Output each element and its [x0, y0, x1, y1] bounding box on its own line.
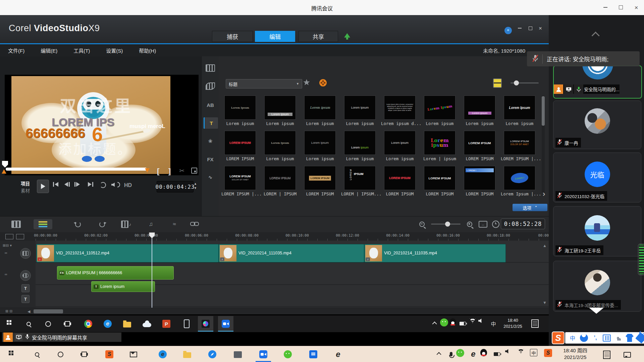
sogou-tray-icon-slot[interactable]: S — [544, 349, 552, 357]
title-template[interactable]: Lorem ipsumLorem ipsum — [261, 96, 299, 126]
soft-keyboard-icon[interactable] — [603, 334, 611, 342]
next-page-chevron[interactable]: › — [543, 190, 545, 198]
title-template[interactable]: Lorem IpsumLorem ipsum — [341, 96, 379, 126]
sogou-icon[interactable]: S — [105, 350, 113, 358]
edge-icon-slot[interactable]: e — [155, 347, 170, 362]
next-frame-button[interactable] — [74, 182, 80, 187]
title-overlay-mirrored[interactable]: muspi meroL — [129, 123, 165, 130]
menu-item-2[interactable]: 编辑(E) — [33, 47, 65, 54]
mode-clip-label[interactable]: 素材 — [21, 187, 30, 194]
vs-restore-button[interactable] — [529, 26, 532, 30]
globe-icon[interactable] — [504, 27, 512, 34]
title-template[interactable]: LOREM IPSUMLOREM IPSUM — [301, 166, 339, 196]
title-template[interactable]: LOREMIPSUMLOREM | IPSUM... — [341, 166, 379, 196]
timecode-stepper[interactable]: ▲▼ — [194, 182, 197, 190]
hscroll-zoom-icons[interactable]: ⊞ ⊟ — [5, 309, 13, 313]
title-template[interactable]: Lorem ipsumLorem ipsum — [381, 131, 419, 161]
toolbox-icon[interactable] — [635, 332, 644, 344]
start-button-slot[interactable] — [3, 316, 18, 331]
wifi-icon-slot[interactable] — [470, 318, 476, 323]
cortana-icon-slot[interactable] — [53, 347, 68, 362]
ime-indicator[interactable]: 中 — [530, 349, 537, 356]
search-icon[interactable] — [23, 319, 34, 329]
ime-indicator-slot[interactable]: 中 — [530, 349, 537, 356]
edge-icon[interactable]: e — [159, 350, 167, 358]
timeline-view-icon[interactable] — [34, 219, 52, 229]
title-template[interactable]: Lorem ipsum dolor sit amet, consectetur … — [381, 96, 419, 126]
close-button[interactable]: × — [629, 0, 644, 15]
cortana-icon-slot[interactable] — [40, 316, 56, 331]
tencent-meeting-icon[interactable] — [259, 350, 267, 358]
ime-indicator[interactable]: 中 — [488, 318, 498, 328]
cortana-icon[interactable] — [55, 349, 65, 359]
play-button[interactable] — [37, 180, 49, 193]
hd-toggle[interactable]: HD — [124, 182, 132, 188]
browser-360-icon[interactable] — [208, 350, 216, 358]
sound-mixer-icon[interactable]: ♫ — [144, 219, 158, 229]
timeline-zoom-slider[interactable] — [431, 224, 461, 225]
gallery-dropdown[interactable]: 标题▼ — [226, 79, 302, 88]
title-icon[interactable]: T — [204, 117, 218, 129]
mark-out-button[interactable]: ] — [168, 167, 171, 176]
overlay-clip[interactable]: FX LOREM IPSUM | 6666666666 — [57, 266, 174, 280]
tray-expand-icon[interactable] — [430, 318, 440, 328]
menu-item-1[interactable]: 文件(F) — [0, 47, 33, 54]
search-icon-slot[interactable] — [29, 347, 45, 362]
menu-item-5[interactable]: 帮助(H) — [131, 47, 164, 54]
task-view-icon-slot[interactable] — [60, 316, 75, 331]
notification-icon[interactable] — [530, 318, 540, 328]
view-mode-icon[interactable] — [493, 78, 502, 88]
your-phone-icon[interactable] — [184, 319, 190, 328]
volume-icon[interactable] — [478, 318, 483, 323]
battery-icon[interactable] — [492, 349, 502, 359]
title-template[interactable]: Lorem IpsumLorem ipsum — [261, 131, 299, 161]
chrome-icon-slot[interactable] — [80, 316, 96, 331]
ime-mode-chinese[interactable]: 中 — [569, 334, 577, 342]
repeat-button[interactable] — [100, 182, 106, 188]
tray-expand-icon[interactable] — [434, 349, 444, 359]
onedrive-icon-slot[interactable] — [139, 316, 155, 331]
media-library-icon[interactable] — [204, 62, 217, 74]
tray-expand-icon-slot[interactable] — [434, 349, 444, 359]
options-button[interactable]: 选项 ⌃⌃ — [513, 204, 547, 211]
sogou-tray-icon[interactable]: S — [544, 349, 552, 357]
trim-end-marker[interactable] — [145, 168, 150, 173]
notes-icon[interactable] — [602, 350, 612, 360]
filter-icon[interactable]: FX — [204, 154, 217, 165]
photos-icon[interactable] — [234, 351, 242, 358]
tencent-meeting-icon-slot[interactable] — [218, 316, 233, 331]
battery-icon-slot[interactable] — [458, 318, 468, 328]
title-template[interactable]: LOREM IPSUMDOLOR SIT AMETLOREM IPSUM |..… — [501, 131, 538, 161]
edge-icon[interactable]: e — [104, 320, 112, 328]
title-template[interactable]: LOREM IPSUMLOREM IPSUM — [421, 166, 459, 196]
mic-tray-icon[interactable] — [446, 349, 456, 359]
title-template[interactable]: Lorem IpsumLorem ipsum — [501, 96, 538, 126]
slider-thumb[interactable] — [514, 80, 519, 85]
tab-1[interactable]: 捕获 — [212, 31, 253, 42]
timeline-timecode[interactable]: 0:08:52:28 — [501, 219, 545, 229]
start-button[interactable] — [7, 349, 17, 359]
participant-tile[interactable]: 本海工19-3团支部宣传委... — [553, 261, 641, 312]
preview-timecode[interactable]: 00:00:04:23 — [157, 181, 194, 192]
your-phone-icon-slot[interactable] — [179, 316, 194, 331]
timeline-ruler[interactable]: 00:00:00:0000:00:02:0000:00:04:0000:00:0… — [0, 232, 549, 241]
mail-icon[interactable] — [128, 349, 139, 359]
ie-icon-slot[interactable]: e — [330, 347, 346, 362]
qq-tray-icon[interactable] — [449, 318, 456, 326]
wechat-tray-icon-slot[interactable] — [456, 349, 464, 357]
sogou-logo-icon[interactable]: S — [552, 331, 565, 344]
wechat-tray-icon[interactable] — [456, 349, 464, 357]
title-template[interactable]: Lorem IpsumLorem ipsum — [221, 96, 259, 126]
sidebar-collapse-chevron[interactable] — [591, 32, 602, 39]
tab-2[interactable]: 编辑 — [255, 31, 295, 42]
system-volume-button[interactable] — [111, 182, 120, 187]
title-track-icon[interactable]: T — [21, 284, 30, 292]
participant-tile[interactable]: 安全院马明雨的... — [553, 65, 642, 99]
start-button-slot[interactable] — [5, 347, 20, 362]
ime-indicator-slot[interactable]: 中 — [488, 318, 498, 328]
menu-item-3[interactable]: 工具(T) — [65, 47, 98, 54]
vs-minimize-button[interactable] — [518, 28, 522, 28]
title-clip[interactable]: T Lorem ipsum — [91, 281, 155, 292]
instant-project-icon[interactable] — [204, 80, 217, 92]
mode-project-label[interactable]: 项目 — [21, 180, 30, 187]
